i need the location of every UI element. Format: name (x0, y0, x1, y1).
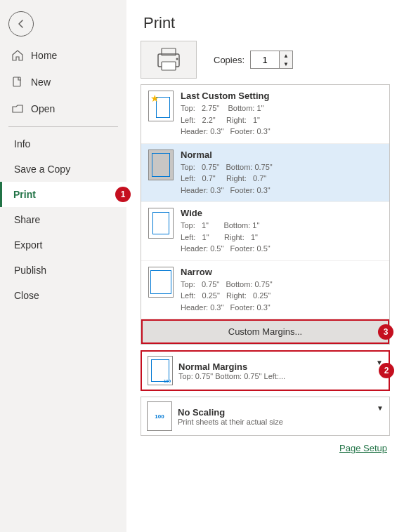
page-title: Print (126, 0, 404, 41)
margin-info-narrow: Narrow Top: 0.75" Bottom: 0.75" Left: 0.… (181, 267, 382, 314)
print-badge: 1 (115, 187, 131, 202)
svg-point-4 (176, 58, 178, 60)
sidebar-item-open[interactable]: Open (0, 95, 126, 122)
selected-row-badge: 2 (379, 363, 394, 378)
margin-option-normal[interactable]: Normal Top: 0.75" Bottom: 0.75" Left: 0.… (141, 144, 389, 203)
copies-increment[interactable]: ▲ (280, 51, 292, 60)
copies-label: Copies: (214, 55, 245, 65)
sidebar-item-home[interactable]: Home (0, 42, 126, 69)
copies-row: Copies: ▲ ▼ (141, 41, 390, 79)
scaling-name: No Scaling (178, 407, 371, 418)
selected-margin-text: Normal Margins Top: 0.75" Bottom: 0.75" … (178, 361, 370, 380)
copies-spinner: ▲ ▼ (279, 51, 292, 68)
printer-icon (154, 47, 183, 72)
margin-name: Last Custom Setting (181, 91, 382, 101)
sidebar-item-label: New (31, 77, 51, 88)
scaling-100-label: 100 (164, 379, 171, 383)
selected-margin-thumb: 100 (148, 356, 173, 385)
scaling-thumb: 100 (147, 401, 172, 431)
print-content: Copies: ▲ ▼ ★ Last Custom Setting (126, 41, 404, 532)
scaling-detail: Print sheets at their actual size (178, 418, 371, 426)
scaling-100-value: 100 (155, 413, 164, 420)
svg-rect-0 (13, 77, 20, 86)
sidebar-item-label: Open (31, 103, 55, 114)
margin-detail: Top: 0.75" Bottom: 0.75" Left: 0.7" Righ… (181, 161, 382, 197)
home-icon (11, 49, 24, 62)
custom-margins-button[interactable]: Custom Margins... 3 (141, 319, 389, 344)
sidebar-item-save-copy[interactable]: Save a Copy (0, 157, 126, 182)
sidebar-item-share[interactable]: Share (0, 207, 126, 232)
margins-panel: ★ Last Custom Setting Top: 2.75" Bottom:… (141, 84, 390, 345)
open-icon (11, 102, 24, 115)
margin-option-last-custom[interactable]: ★ Last Custom Setting Top: 2.75" Bottom:… (141, 85, 389, 144)
copies-decrement[interactable]: ▼ (280, 60, 292, 68)
margin-detail: Top: 1" Bottom: 1" Left: 1" Right: 1" He… (181, 220, 382, 255)
custom-margins-badge: 3 (378, 324, 393, 340)
new-icon (11, 76, 24, 88)
scaling-row[interactable]: 100 No Scaling Print sheets at their act… (141, 397, 390, 436)
selected-margin-name: Normal Margins (178, 361, 370, 372)
margin-detail: Top: 2.75" Bottom: 1" Left: 2.2" Right: … (181, 102, 382, 138)
selected-margin-detail: Top: 0.75" Bottom: 0.75" Left:... (178, 372, 370, 380)
sidebar-item-close[interactable]: Close (0, 283, 126, 308)
sidebar-item-new[interactable]: New (0, 69, 126, 95)
sidebar-item-publish[interactable]: Publish (0, 258, 126, 283)
svg-rect-3 (162, 62, 176, 70)
sidebar-item-info[interactable]: Info (0, 131, 126, 157)
page-setup-link[interactable]: Page Setup (339, 443, 387, 453)
margin-thumb-narrow (148, 267, 174, 298)
page-setup-row: Page Setup (141, 441, 390, 457)
copies-input[interactable] (251, 53, 279, 67)
margin-name: Wide (181, 208, 382, 218)
sidebar-divider (8, 126, 118, 127)
main-panel: Print Copies: ▲ ▼ (126, 0, 404, 532)
copies-input-wrap: ▲ ▼ (250, 51, 293, 69)
printer-icon-box (141, 41, 197, 79)
scaling-dropdown-arrow-icon: ▼ (377, 404, 384, 412)
sidebar: Home New Open Info Save a Copy Print 1 S… (0, 0, 126, 532)
sidebar-item-print[interactable]: Print 1 (0, 182, 126, 207)
margin-option-wide[interactable]: Wide Top: 1" Bottom: 1" Left: 1" Right: … (141, 202, 389, 261)
margin-info-wide: Wide Top: 1" Bottom: 1" Left: 1" Right: … (181, 208, 382, 255)
star-icon: ★ (150, 93, 159, 104)
margin-name: Normal (181, 149, 382, 160)
margin-info-normal: Normal Top: 0.75" Bottom: 0.75" Left: 0.… (181, 149, 382, 197)
back-button[interactable] (8, 11, 34, 36)
margin-info-last-custom: Last Custom Setting Top: 2.75" Bottom: 1… (181, 91, 382, 138)
selected-margin-row[interactable]: 100 Normal Margins Top: 0.75" Bottom: 0.… (141, 350, 390, 391)
margin-detail: Top: 0.75" Bottom: 0.75" Left: 0.25" Rig… (181, 279, 382, 314)
margin-thumb-last-custom: ★ (148, 91, 174, 121)
margin-option-narrow[interactable]: Narrow Top: 0.75" Bottom: 0.75" Left: 0.… (141, 261, 389, 320)
margin-thumb-wide (148, 208, 174, 239)
margin-name: Narrow (181, 267, 382, 277)
margin-thumb-normal (148, 149, 174, 180)
sidebar-item-export[interactable]: Export (0, 232, 126, 258)
sidebar-item-label: Home (31, 50, 57, 61)
scaling-text: No Scaling Print sheets at their actual … (178, 407, 371, 426)
